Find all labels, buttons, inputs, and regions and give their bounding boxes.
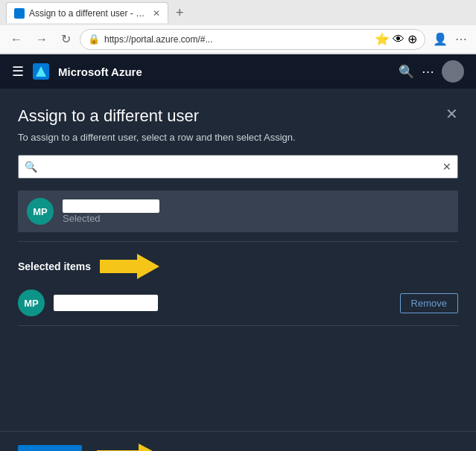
- address-view-icon[interactable]: 👁: [393, 33, 404, 46]
- user-selected-label: Selected: [63, 213, 449, 224]
- search-clear-icon[interactable]: ✕: [442, 161, 451, 173]
- nav-bar: ← → ↻ 🔒 https://portal.azure.com/#... ⭐ …: [0, 25, 476, 54]
- user-avatar-nav[interactable]: [442, 60, 464, 83]
- search-input[interactable]: [42, 161, 438, 173]
- browser-extra-icons: 👤 ⋯: [430, 29, 470, 49]
- selected-items-section: Selected items MP Remove: [0, 242, 476, 335]
- selected-item-row: MP Remove: [18, 290, 458, 326]
- more-options-icon[interactable]: ⋯: [452, 29, 470, 49]
- address-add-icon[interactable]: ⊕: [407, 32, 417, 46]
- remove-button[interactable]: Remove: [400, 293, 458, 313]
- selected-user-name-blurred: [54, 295, 158, 311]
- user-name-blurred: [63, 199, 159, 213]
- search-nav-icon[interactable]: 🔍: [399, 64, 414, 80]
- user-list-item[interactable]: MP Selected: [18, 191, 458, 232]
- back-button[interactable]: ←: [6, 30, 27, 49]
- tab-label: Assign to a different user - Micr: [29, 8, 148, 19]
- footer-arrow-indicator: [97, 444, 164, 451]
- user-list: MP Selected: [18, 191, 458, 232]
- selected-items-header: Selected items: [18, 254, 458, 279]
- svg-marker-0: [100, 254, 159, 279]
- azure-nav-icons: 🔍 ⋯: [399, 60, 464, 83]
- profile-icon[interactable]: 👤: [430, 29, 451, 49]
- panel-subtitle: To assign to a different user, select a …: [0, 126, 476, 155]
- address-star-icon[interactable]: ⭐: [375, 32, 390, 46]
- new-tab-button[interactable]: +: [171, 5, 188, 21]
- search-bar[interactable]: 🔍 ✕: [18, 155, 458, 179]
- user-avatar: MP: [27, 198, 54, 225]
- more-nav-icon[interactable]: ⋯: [422, 64, 434, 80]
- azure-logo: [33, 63, 49, 80]
- selected-user-avatar: MP: [18, 290, 45, 316]
- selected-items-label: Selected items: [18, 260, 91, 272]
- panel-footer: Assign: [0, 431, 476, 451]
- azure-logo-triangle: [36, 66, 46, 77]
- panel-title: Assign to a different user: [18, 106, 199, 126]
- azure-navbar: ☰ Microsoft Azure 🔍 ⋯: [0, 54, 476, 89]
- forward-button[interactable]: →: [31, 30, 52, 49]
- panel-close-button[interactable]: ✕: [445, 106, 458, 121]
- panel-header: Assign to a different user ✕: [0, 89, 476, 126]
- search-icon: 🔍: [25, 161, 37, 173]
- svg-marker-1: [97, 444, 164, 451]
- active-tab[interactable]: Assign to a different user - Micr ✕: [6, 2, 168, 23]
- refresh-button[interactable]: ↻: [57, 29, 75, 49]
- arrow-indicator: [100, 254, 159, 279]
- tab-bar: Assign to a different user - Micr ✕ +: [0, 0, 476, 25]
- tab-favicon: [14, 8, 25, 19]
- footer-arrow-svg: [97, 444, 164, 451]
- azure-title: Microsoft Azure: [58, 65, 390, 78]
- browser-chrome: Assign to a different user - Micr ✕ + ← …: [0, 0, 476, 54]
- address-bar[interactable]: 🔒 https://portal.azure.com/#... ⭐ 👁 ⊕: [80, 29, 425, 50]
- assign-button[interactable]: Assign: [18, 445, 82, 451]
- user-info: Selected: [63, 199, 449, 224]
- arrow-svg: [100, 254, 159, 279]
- address-bar-icons: ⭐ 👁 ⊕: [375, 32, 417, 46]
- hamburger-menu-icon[interactable]: ☰: [12, 63, 24, 80]
- assign-panel: Assign to a different user ✕ To assign t…: [0, 89, 476, 431]
- tab-close-button[interactable]: ✕: [153, 8, 160, 19]
- lock-icon: 🔒: [88, 33, 100, 45]
- url-text: https://portal.azure.com/#...: [104, 34, 370, 45]
